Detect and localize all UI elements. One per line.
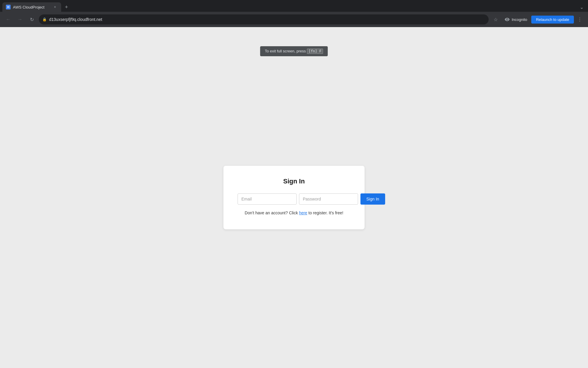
address-text: d13uxserpfjf9q.cloudfront.net	[49, 17, 485, 22]
tab-close-button[interactable]: ×	[52, 4, 58, 10]
signin-footer: Don't have an account? Click here to reg…	[238, 210, 350, 215]
address-bar[interactable]: 🔒 d13uxserpfjf9q.cloudfront.net	[39, 14, 489, 24]
more-menu-button[interactable]: ⋮	[575, 15, 584, 24]
reload-button[interactable]: ↻	[27, 15, 36, 24]
email-input[interactable]	[238, 193, 297, 205]
tab-title: AWS CloudProject	[13, 5, 50, 9]
active-tab[interactable]: H AWS CloudProject ×	[2, 2, 61, 12]
new-tab-button[interactable]: +	[62, 3, 71, 11]
toolbar: ← → ↻ 🔒 d13uxserpfjf9q.cloudfront.net ☆ …	[0, 12, 588, 27]
password-input[interactable]	[299, 193, 358, 205]
toolbar-actions: ☆ Incognito Relaunch to update ⋮	[491, 15, 584, 24]
back-button[interactable]: ←	[4, 15, 13, 24]
register-link[interactable]: here	[299, 210, 307, 215]
browser-chrome: H AWS CloudProject × + ⌄ ← → ↻ 🔒 d13uxse…	[0, 0, 588, 27]
footer-text: Don't have an account? Click	[245, 210, 299, 215]
forward-button[interactable]: →	[15, 15, 25, 24]
incognito-button[interactable]: Incognito	[502, 16, 530, 23]
footer-text2: to register. It's free!	[307, 210, 343, 215]
tab-bar-menu-button[interactable]: ⌄	[577, 3, 586, 11]
page-content: To exit full screen, press [fn] F Sign I…	[0, 27, 588, 368]
fullscreen-key: [fn] F	[307, 49, 323, 54]
signin-card: Sign In Sign In Don't have an account? C…	[223, 166, 365, 229]
security-icon: 🔒	[42, 17, 47, 21]
incognito-label: Incognito	[512, 17, 527, 22]
incognito-icon	[505, 17, 510, 22]
tab-bar-end: ⌄	[577, 3, 586, 11]
fullscreen-notification: To exit full screen, press [fn] F	[260, 46, 328, 56]
relaunch-button[interactable]: Relaunch to update	[531, 16, 574, 24]
tab-bar: H AWS CloudProject × + ⌄	[0, 0, 588, 12]
signin-title: Sign In	[238, 178, 350, 185]
bookmark-button[interactable]: ☆	[491, 15, 500, 24]
signin-form-row: Sign In	[238, 193, 350, 205]
signin-button[interactable]: Sign In	[360, 193, 385, 205]
tab-favicon: H	[6, 5, 11, 9]
